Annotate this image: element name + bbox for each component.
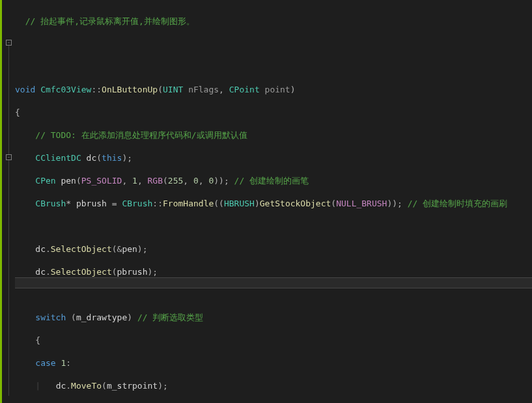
code-line: // TODO: 在此添加消息处理程序代码和/或调用默认值: [15, 130, 532, 141]
code-line: dc.SelectObject(&pen);: [15, 243, 532, 255]
comment: // 抬起事件,记录鼠标离开值,并绘制图形。: [25, 16, 195, 26]
code-line: [15, 38, 532, 50]
code-line: [15, 61, 532, 73]
code-line: {: [15, 335, 532, 346]
code-line: void Cmfc03View::OnLButtonUp(UINT nFlags…: [15, 84, 532, 96]
code-line: dc.SelectObject(pbrush);: [15, 266, 532, 278]
code-line: [15, 289, 532, 301]
comment: // TODO: 在此添加消息处理程序代码和/或调用默认值: [35, 130, 247, 140]
code-line: CBrush* pbrush = CBrush::FromHandle((HBR…: [15, 198, 532, 210]
code-line: {: [15, 107, 532, 118]
code-line: case 1:: [15, 357, 532, 369]
code-line: CClientDC dc(this);: [15, 152, 532, 164]
type: Cmfc03View: [40, 85, 91, 94]
code-line: switch (m_drawtype) // 判断选取类型: [15, 312, 532, 324]
keyword-void: void: [15, 85, 35, 94]
code-line: [15, 221, 532, 232]
code-line: // 抬起事件,记录鼠标离开值,并绘制图形。: [15, 16, 532, 27]
code-line: | dc.MoveTo(m_strpoint);: [15, 380, 532, 392]
code-editor[interactable]: // 抬起事件,记录鼠标离开值,并绘制图形。 void Cmfc03View::…: [0, 0, 532, 403]
code-line: CPen pen(PS_SOLID, 1, RGB(255, 0, 0)); /…: [15, 175, 532, 187]
method-name: OnLButtonUp: [102, 85, 158, 94]
